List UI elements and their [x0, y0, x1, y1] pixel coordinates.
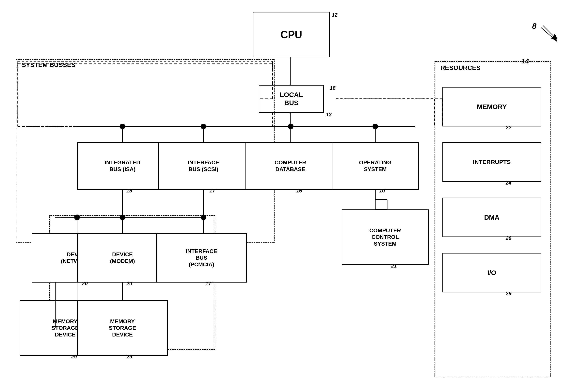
dma-ref: 26 — [506, 235, 511, 241]
integrated-bus-ref: 15 — [127, 188, 132, 194]
resources-region-ref: 14 — [522, 57, 529, 65]
computer-control-system-box: COMPUTERCONTROLSYSTEM — [342, 210, 429, 265]
interface-bus-scsi-box: INTERFACEBUS (SCSI) — [158, 142, 249, 190]
memory-ref: 22 — [506, 125, 511, 131]
svg-point-40 — [288, 124, 293, 129]
operating-system-ref: 10 — [379, 188, 385, 194]
ref-18: 18 — [330, 85, 335, 91]
integrated-bus-box: INTEGRATEDBUS (ISA) — [77, 142, 168, 190]
svg-line-29 — [543, 26, 557, 39]
io-box: I/O — [443, 253, 541, 293]
interface-bus-pcmcia-ref: 17' — [206, 280, 212, 287]
diagram-container: 8 CPU 12 LOCALBUS 13 18 SYSTEM BUSSES IN… — [0, 0, 572, 392]
computer-database-box: COMPUTERDATABASE — [245, 142, 336, 190]
svg-marker-30 — [551, 34, 557, 39]
interrupts-box: INTERRUPTS — [443, 142, 541, 182]
computer-control-system-ref: 21 — [391, 263, 397, 269]
memory-storage-1-ref: 29 — [71, 354, 77, 360]
device-modem-box: DEVICE(MODEM) — [77, 233, 168, 282]
interface-bus-scsi-ref: 17 — [209, 188, 215, 194]
memory-box: MEMORY — [443, 87, 541, 127]
local-bus-ref: 13 — [326, 112, 332, 118]
dma-box: DMA — [443, 197, 541, 237]
svg-marker-70 — [552, 34, 557, 42]
svg-point-7 — [288, 124, 293, 129]
io-ref: 28 — [506, 291, 511, 296]
interrupts-ref: 24 — [506, 180, 511, 186]
memory-storage-2-box: MEMORYSTORAGEDEVICE — [77, 300, 168, 356]
interface-bus-pcmcia-box: INTERFACEBUS(PCMCIA) — [156, 233, 247, 282]
svg-point-8 — [372, 124, 378, 129]
resources-label: RESOURCES — [441, 64, 480, 71]
cpu-box: CPU — [253, 12, 330, 57]
svg-line-69 — [541, 28, 557, 42]
computer-database-ref: 16 — [296, 188, 302, 194]
cpu-ref: 12 — [332, 12, 337, 18]
device-modem-ref: 20 — [127, 280, 132, 287]
operating-system-box: OPERATINGSYSTEM — [332, 142, 419, 190]
system-busses-label: SYSTEM BUSSES — [22, 61, 76, 68]
memory-storage-2-ref: 29 — [127, 354, 132, 360]
figure-number: 8 — [532, 22, 537, 31]
svg-point-41 — [372, 124, 378, 129]
